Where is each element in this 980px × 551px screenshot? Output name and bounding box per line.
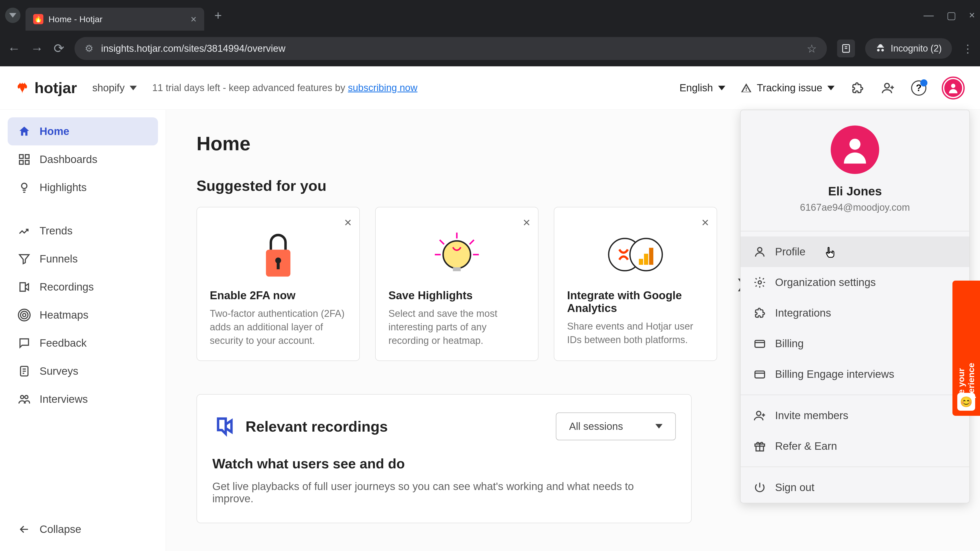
site-settings-icon[interactable]: ⚙ [85,43,94,54]
sidebar-item-home[interactable]: Home [8,118,158,145]
sidebar-item-recordings[interactable]: Recordings [8,273,158,301]
svg-rect-29 [755,371,765,378]
chevron-down-icon [718,86,725,90]
warning-icon [741,83,752,94]
collapse-button[interactable]: Collapse [8,515,158,543]
svg-rect-8 [25,160,29,164]
forward-button[interactable]: → [30,41,43,56]
menu-item-label: Organization settings [775,276,876,289]
close-card-button[interactable]: × [523,215,530,230]
svg-point-19 [443,241,470,268]
reader-mode-button[interactable] [837,40,855,57]
trends-icon [18,224,30,237]
bulb-illustration [388,220,525,289]
card-title: Save Highlights [388,289,525,302]
sidebar-item-funnels[interactable]: Funnels [8,245,158,273]
power-icon [753,481,766,494]
sidebar-item-surveys[interactable]: Surveys [8,357,158,385]
reload-button[interactable]: ⟳ [54,41,64,56]
window-controls: — ▢ × [924,10,975,21]
collapse-label: Collapse [40,523,81,535]
site-selector[interactable]: shopify [92,82,137,94]
sidebar-item-highlights[interactable]: Highlights [8,173,158,202]
svg-rect-22 [639,259,643,265]
sidebar-item-interviews[interactable]: Interviews [8,385,158,413]
menu-item-integrations[interactable]: Integrations [741,298,969,328]
menu-item-billing-engage[interactable]: Billing Engage interviews [741,359,969,389]
tab-bar: Home - Hotjar × + — ▢ × [0,0,980,30]
close-tab-button[interactable]: × [191,14,197,25]
svg-rect-28 [755,341,765,348]
back-button[interactable]: ← [8,41,21,56]
dropdown-label: All sessions [569,421,623,432]
menu-item-label: Profile [775,246,805,258]
url-bar: ← → ⟳ ⚙ insights.hotjar.com/sites/381499… [0,30,980,66]
interviews-icon [18,393,30,406]
sidebar-item-heatmaps[interactable]: Heatmaps [8,301,158,329]
language-selector[interactable]: English [679,82,725,94]
sidebar-item-label: Home [40,125,69,138]
card-desc: Select and save the most interesting par… [388,307,525,348]
hotjar-logo[interactable]: hotjar [15,79,77,97]
close-card-button[interactable]: × [344,215,352,230]
sidebar-item-feedback[interactable]: Feedback [8,329,158,357]
avatar-button[interactable] [942,76,965,100]
browser-tab[interactable]: Home - Hotjar × [25,8,204,30]
feedback-tab[interactable]: Rate your experience 😊 [953,281,980,416]
menu-item-label: Integrations [775,307,831,319]
close-card-button[interactable]: × [702,215,709,230]
favicon-icon [33,14,43,24]
lock-illustration [210,220,347,289]
incognito-badge[interactable]: Incognito (2) [865,38,952,59]
card-2fa[interactable]: × Enable 2FA now Two-factor authenticati… [197,207,360,361]
avatar-icon [944,79,962,97]
invite-button[interactable] [880,80,896,96]
home-icon [18,125,30,138]
sessions-dropdown[interactable]: All sessions [556,413,676,440]
card-highlights[interactable]: × Save Highlights Select and save the mo… [375,207,538,361]
subscribe-link[interactable]: subscribing now [348,83,417,93]
menu-item-label: Billing Engage interviews [775,368,894,380]
tracking-issue-button[interactable]: Tracking issue [741,82,835,94]
url-field[interactable]: ⚙ insights.hotjar.com/sites/3814994/over… [75,37,827,60]
feedback-emoji-icon: 😊 [957,393,975,411]
maximize-button[interactable]: ▢ [947,10,956,21]
card-title: Integrate with Google Analytics [567,289,704,314]
svg-point-4 [951,84,956,88]
sidebar-item-dashboards[interactable]: Dashboards [8,145,158,173]
puzzle-icon [851,81,864,95]
sidebar-item-label: Interviews [40,393,88,405]
card-ga[interactable]: × Integrate with Google Analytics Share … [554,207,717,361]
help-button[interactable]: ? [911,80,926,96]
gear-icon [753,276,766,289]
minimize-button[interactable]: — [924,10,934,21]
svg-point-26 [758,248,762,252]
menu-item-signout[interactable]: Sign out [741,472,969,503]
new-tab-button[interactable]: + [215,8,222,23]
menu-item-org-settings[interactable]: Organization settings [741,267,969,298]
recordings-desc: Get live playbacks of full user journeys… [212,480,676,505]
url-text: insights.hotjar.com/sites/3814994/overvi… [101,43,285,54]
sidebar-item-label: Dashboards [40,153,97,165]
sidebar-item-label: Trends [40,225,73,237]
svg-point-25 [850,139,860,150]
menu-item-invite[interactable]: Invite members [741,400,969,431]
menu-item-profile[interactable]: Profile [741,237,969,267]
profile-avatar [831,125,879,174]
bookmark-button[interactable]: ☆ [807,42,817,55]
sidebar-item-label: Funnels [40,253,78,265]
tab-search-button[interactable] [5,8,21,23]
browser-menu-button[interactable]: ⋮ [962,42,972,55]
menu-item-billing[interactable]: Billing [741,328,969,359]
integrations-button[interactable] [850,80,865,96]
close-window-button[interactable]: × [969,10,975,21]
svg-rect-24 [649,248,653,265]
chevron-down-icon [655,424,662,429]
svg-point-9 [22,183,27,189]
tab-title: Home - Hotjar [48,14,103,24]
svg-point-15 [25,395,28,399]
dashboards-icon [18,153,30,166]
svg-rect-5 [19,155,23,159]
sidebar-item-trends[interactable]: Trends [8,217,158,245]
menu-item-refer[interactable]: Refer & Earn [741,431,969,462]
